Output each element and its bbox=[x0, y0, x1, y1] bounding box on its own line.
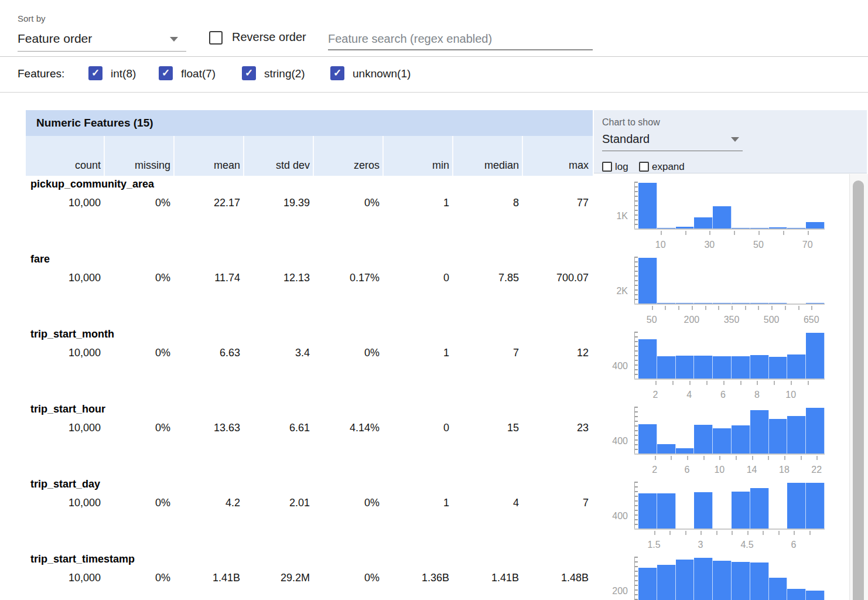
scrollbar-track[interactable] bbox=[849, 174, 868, 600]
filter-float-checkbox[interactable]: ✓ bbox=[159, 66, 173, 80]
y-axis-tick bbox=[635, 500, 638, 502]
search-input[interactable] bbox=[328, 28, 593, 50]
x-axis-line bbox=[634, 304, 825, 305]
y-axis-tick bbox=[635, 561, 638, 562]
x-tick-label: 4.5 bbox=[740, 540, 753, 550]
y-axis-tick bbox=[635, 350, 638, 352]
x-tick-label: 6 bbox=[685, 465, 690, 475]
histogram-bar bbox=[806, 222, 825, 229]
y-axis-tick bbox=[635, 182, 638, 183]
stat-median: 4 bbox=[452, 497, 522, 509]
feature-stats: 10,0000%22.1719.390%1877 bbox=[26, 197, 592, 209]
reverse-order-checkbox[interactable] bbox=[209, 31, 223, 45]
plot bbox=[638, 257, 825, 304]
feature-row: pickup_community_area 10,0000%22.1719.39… bbox=[0, 176, 868, 251]
y-axis-tick bbox=[635, 214, 638, 216]
y-axis-tick bbox=[635, 219, 638, 220]
stat-min: 1.36B bbox=[382, 572, 452, 584]
feature-stats: 10,0000%1.41B29.2M0%1.36B1.41B1.48B bbox=[26, 572, 592, 584]
histogram-bar bbox=[732, 356, 750, 379]
x-axis-tick bbox=[811, 306, 812, 310]
stat-missing: 0% bbox=[104, 272, 173, 284]
scrollbar-thumb[interactable] bbox=[853, 180, 864, 600]
stat-missing: 0% bbox=[104, 347, 173, 359]
histogram-bar bbox=[750, 228, 769, 229]
feature-name: pickup_community_area bbox=[30, 178, 154, 190]
filter-int-checkbox[interactable]: ✓ bbox=[88, 66, 102, 80]
log-checkbox[interactable] bbox=[602, 162, 612, 172]
stat-min: 1 bbox=[382, 197, 452, 209]
histogram-bar bbox=[713, 206, 732, 229]
histogram-bar bbox=[806, 483, 825, 529]
histogram-bar bbox=[713, 356, 732, 379]
x-tick-label: 3 bbox=[698, 540, 703, 550]
x-tick-label: 50 bbox=[753, 240, 764, 250]
stat-median: 1.41B bbox=[452, 572, 522, 584]
histogram-bar bbox=[638, 568, 657, 600]
histogram-bar bbox=[769, 227, 788, 229]
x-axis-tick bbox=[732, 306, 733, 310]
histogram-bar bbox=[750, 488, 769, 529]
histogram-bar bbox=[676, 560, 695, 600]
stat-std-dev: 29.2M bbox=[243, 572, 313, 584]
filter-string-checkbox[interactable]: ✓ bbox=[242, 66, 256, 80]
log-label: log bbox=[615, 161, 628, 173]
x-axis-tick bbox=[665, 306, 666, 310]
sort-by-select[interactable]: Feature order bbox=[18, 29, 186, 52]
y-axis-tick bbox=[635, 186, 638, 188]
x-axis-tick bbox=[758, 231, 760, 235]
stat-count: 10,000 bbox=[26, 347, 104, 359]
stat-zeros: 0% bbox=[313, 497, 382, 509]
y-axis-label: 2K bbox=[594, 286, 628, 296]
feature-row: trip_start_day 10,0000%4.22.010%147 400 … bbox=[0, 476, 868, 551]
histogram-bar bbox=[657, 228, 676, 229]
x-axis-tick bbox=[768, 456, 769, 460]
x-tick-label: 18 bbox=[779, 465, 790, 475]
x-axis-tick bbox=[757, 381, 758, 385]
x-axis-tick bbox=[669, 531, 671, 535]
x-tick-label: 4 bbox=[686, 390, 692, 400]
chart-type-select[interactable]: Standard bbox=[602, 130, 743, 151]
x-axis-tick bbox=[732, 531, 733, 535]
x-axis-tick bbox=[671, 456, 672, 460]
histogram-bar bbox=[694, 425, 713, 454]
stat-max: 12 bbox=[522, 347, 592, 359]
column-headers: count missing mean std dev zeros min med… bbox=[26, 136, 593, 176]
histogram-bar bbox=[787, 354, 806, 379]
y-axis-tick bbox=[635, 491, 638, 492]
expand-checkbox[interactable] bbox=[639, 162, 649, 172]
filter-unknown-checkbox[interactable]: ✓ bbox=[330, 66, 344, 80]
x-axis-tick bbox=[654, 531, 655, 535]
y-axis-tick bbox=[635, 411, 638, 412]
x-tick-label: 50 bbox=[647, 315, 657, 325]
stat-mean: 13.63 bbox=[173, 422, 243, 434]
stat-max: 700.07 bbox=[522, 272, 592, 284]
reverse-order-label: Reverse order bbox=[232, 30, 306, 44]
stat-count: 10,000 bbox=[26, 497, 104, 509]
histogram-bar bbox=[676, 303, 695, 304]
y-axis-tick bbox=[635, 280, 638, 281]
y-axis-tick bbox=[635, 510, 638, 511]
stat-count: 10,000 bbox=[26, 197, 104, 209]
histogram-bar bbox=[806, 591, 825, 600]
y-axis-tick bbox=[635, 191, 638, 192]
stat-median: 8 bbox=[452, 197, 522, 209]
numeric-features-header: Numeric Features (15) bbox=[26, 110, 593, 136]
histogram-bar bbox=[657, 493, 676, 529]
y-axis-tick bbox=[635, 285, 638, 286]
x-axis-tick bbox=[706, 381, 708, 385]
x-tick-label: 22 bbox=[811, 465, 822, 475]
x-axis-line bbox=[634, 529, 825, 530]
chart-controls-panel: Chart to show Standard log expand bbox=[594, 110, 867, 173]
expand-label: expand bbox=[652, 161, 685, 173]
x-axis-tick bbox=[661, 231, 662, 235]
y-axis-tick bbox=[635, 261, 638, 262]
y-axis-tick bbox=[635, 346, 638, 347]
x-axis-tick bbox=[716, 531, 717, 535]
filter-string-label: string(2) bbox=[264, 67, 305, 80]
histogram-bar bbox=[732, 562, 750, 600]
y-axis-tick bbox=[635, 205, 638, 206]
x-axis-line bbox=[634, 379, 825, 380]
x-tick-label: 8 bbox=[754, 390, 760, 400]
column-header-min: min bbox=[382, 136, 452, 176]
